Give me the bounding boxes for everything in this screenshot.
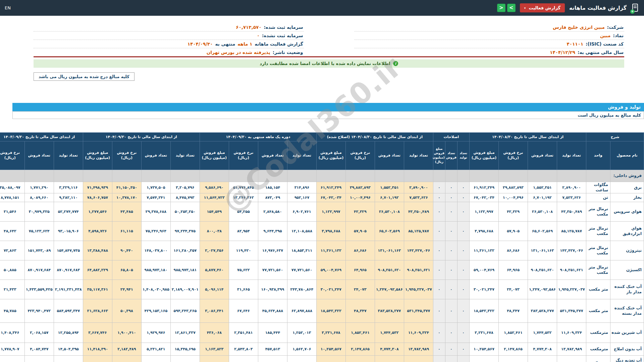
value-cell: ۲,۳۵۱,۴۸۱ <box>229 323 258 343</box>
value-cell: ۲,۸۹۰,۹۰۰ <box>557 182 586 193</box>
value-cell: ۵,۰۹۶,۱۱۴ <box>200 280 229 299</box>
value-cell: ۱۱,۶۰۹,۳۲۴ <box>557 323 586 343</box>
value-cell: ۲۶,۵۳۰,۱۰۸ <box>528 202 557 222</box>
value-cell: ۶۱,۹۱۲,۲۴۹ <box>469 182 498 193</box>
value-cell: ۱۱,۳۶۱,۱۳۲ <box>316 241 345 260</box>
unit-cell: مترمکعب <box>586 323 610 343</box>
value-cell: ۰ <box>445 280 457 299</box>
signature-notice-text: اطلاعات نمایش داده شده با اطلاعات امضا ش… <box>260 61 390 66</box>
value-cell: ۹۸,۰۱۱ <box>258 356 287 362</box>
next-report-button[interactable]: > <box>507 4 516 12</box>
value-cell: ۴,۵۹۸,۷۲۶ <box>83 222 112 241</box>
chevron-down-icon: ▾ <box>524 6 526 10</box>
value-cell: ۱۶,۹۷۶,۶۳۷ <box>258 241 287 260</box>
value-cell: ۰ <box>457 356 469 362</box>
value-cell: ۱۴۸,۰۳۷,۸۰۰ <box>141 241 170 260</box>
value-cell: ۱۶۱,۲۸۰,۳۵۷ <box>170 241 200 260</box>
value-cell: ۵۳۱,۳۴۵,۳۷۷ <box>404 299 433 323</box>
column-header: تعداد فروش <box>375 141 404 170</box>
value-cell: ۹۰۸,۲۵۱,۶۲۱ <box>557 260 586 280</box>
value-cell: ۲۴,۹۴۱ <box>112 280 141 299</box>
column-header: مبلغ فروش (میلیون ریال) <box>83 141 112 170</box>
value-cell: ۱۸۵,۱۵۴ <box>258 182 287 193</box>
info-label: سرمایه ثبت شده: <box>264 24 303 30</box>
empty-cell <box>528 170 557 182</box>
value-cell: ۰ <box>433 260 445 280</box>
value-cell: ۱,۷۴۴,۵۳۲ <box>375 323 404 343</box>
product-name-cell: آب شيرين شده <box>610 323 644 343</box>
report-type-dropdown[interactable]: گزارش فعالیت ▾ <box>520 3 565 12</box>
page-title: گزارش فعالیت ماهانه <box>569 5 627 11</box>
column-header: تعداد تولید <box>287 141 316 170</box>
value-cell: ۲,۸۴۸,۵۸۰ <box>258 202 287 222</box>
value-cell: ۰ <box>457 260 469 280</box>
publisher-status-row: وضعیت ناشر: پذیرفته شده در بورس تهران <box>34 48 304 56</box>
report-type-label: گزارش فعالیت <box>529 5 560 10</box>
value-cell: ۸۷۰,۹۱۷,۶۸۳ <box>54 260 83 280</box>
value-cell: ۱,۷۷۱,۲۹۰ <box>24 182 54 193</box>
value-cell: ۳۸۳,۵۲۸,۲۷۷ <box>528 299 557 323</box>
prev-report-button[interactable]: < <box>497 4 505 12</box>
value-cell: ۹۵۲,۱۶۷ <box>287 193 316 202</box>
value-cell: ۲۶,۵۳۰,۱۰۸ <box>375 202 404 222</box>
value-cell: ۶۵,۸۰۵ <box>112 260 141 280</box>
amounts-note-box: کلیه مبالغ درج شده به میلیون ریال می باش… <box>34 72 135 81</box>
table-scroll-area[interactable]: شرحاز ابتدای سال مالی تا تاریخ ۱۴۰۴/۰۸/۳… <box>0 132 644 362</box>
info-value: ۰ <box>257 33 260 38</box>
column-header: تعداد فروش <box>24 141 54 170</box>
value-cell: ۴۸,۳۴۷ <box>345 299 375 323</box>
value-cell: ۶۴,۹۶۵ <box>345 260 375 280</box>
value-cell: ۱,۸۵۲,۴۶۱ <box>499 323 528 343</box>
table-row: آب تغذيه دیگ بخارمتر مکعب۸,۹۹۵,۳۷۶۸۷۳,۴۹… <box>0 356 644 362</box>
language-toggle[interactable]: EN <box>5 5 11 10</box>
empty-cell <box>287 170 316 182</box>
value-cell: ۳۹,۸۸۲,۸۹۳ <box>499 182 528 193</box>
value-cell: ۱,۵۵۲,۳۵۱ <box>375 182 404 193</box>
unit-cell: نرمال متر مکعب <box>586 202 610 222</box>
value-cell: ۱,۷۴۴,۵۳۲ <box>528 323 557 343</box>
value-cell: ۴۳,۴۸۵ <box>112 202 141 222</box>
value-cell: ۲,۰۶۸,۱۵۷ <box>24 323 54 343</box>
empty-cell <box>586 170 610 182</box>
value-cell: ۴۸,۶۴۲ <box>0 222 24 241</box>
value-cell: ۱۱,۶۰۹,۳۲۴ <box>404 323 433 343</box>
value-cell: ۵۱,۷۷۶,۸۴۵ <box>229 182 258 193</box>
value-cell: ۱۱۹,۴۲۰ <box>229 241 258 260</box>
table-row: آب خنک کننده مدار بازمتر مکعب۱,۹۴۵,۲۲۷,۰… <box>0 280 644 299</box>
column-header: تعداد تولید <box>557 141 586 170</box>
unregistered-capital-row: سرمایه ثبت نشده: ۰ <box>34 32 304 40</box>
value-cell: ۹۸۵,۹۷۳,۱۸۱ <box>170 260 200 280</box>
value-cell: ۴,۰۸۴,۷۴۷ <box>24 343 54 356</box>
value-cell: ۱۵۴,۵۴۹ <box>200 202 229 222</box>
value-cell: ۲,۱۹۱,۲۳۱,۴۳۸ <box>54 280 83 299</box>
column-header: نرخ فروش (ریال) <box>499 141 528 170</box>
value-cell: ۸۶,۶۸۶ <box>499 241 528 260</box>
value-cell: ۱,۴۰۸,۳۴۶ <box>0 323 24 343</box>
value-cell: ۵۲,۲۷۴,۷۷۴ <box>54 202 83 222</box>
unit-cell: نرمال متر مکعب <box>586 222 610 241</box>
value-cell: ۳,۷۹۸,۶۸۸ <box>316 222 345 241</box>
value-cell: ۰ <box>445 241 457 260</box>
empty-cell <box>469 170 498 182</box>
empty-cell <box>258 170 287 182</box>
value-cell: ۶۲,۸۹۷,۸۸۸ <box>287 299 316 323</box>
info-label: شرکت: <box>607 24 624 30</box>
value-cell: ۷۵,۱۲۳,۶۲۴ <box>24 222 54 241</box>
value-cell: ۹۰۸,۲۵۱,۶۲۰ <box>375 260 404 280</box>
value-cell: ۹,۶۴۴,۳۹۵ <box>258 222 287 241</box>
value-cell: ۰ <box>433 241 445 260</box>
value-cell: ۲,۵۴۳,۸۰۳ <box>229 343 258 356</box>
value-cell: ۸,۹۹۵,۳۷۶ <box>404 356 433 362</box>
table-row: آب خنک کننده مدار بستهمتر مکعب۵۳۱,۳۴۵,۳۷… <box>0 299 644 323</box>
value-cell: ۴۵,۶۲۴,۸۸۸ <box>258 299 287 323</box>
empty-cell <box>200 170 229 182</box>
value-cell: ۴۳۶,۰۶۸ <box>200 323 229 343</box>
isic-row: کد صنعت (ISIC): ۴۰۱۱۰۱ <box>354 40 625 48</box>
value-cell: ۶,۹۰۲,۷۶۱ <box>287 202 316 222</box>
value-cell: ۳,۳۶۰,۹۱۸ <box>499 356 528 362</box>
value-cell: ۰ <box>433 202 445 222</box>
value-cell: ۷۵,۲۴۶,۹۶۴ <box>141 222 170 241</box>
column-header: نام محصول <box>610 141 644 170</box>
value-cell: ۳۵,۰۸۸,۰۹۷ <box>0 182 24 193</box>
value-cell: ۳۱,۶۶۵ <box>229 280 258 299</box>
